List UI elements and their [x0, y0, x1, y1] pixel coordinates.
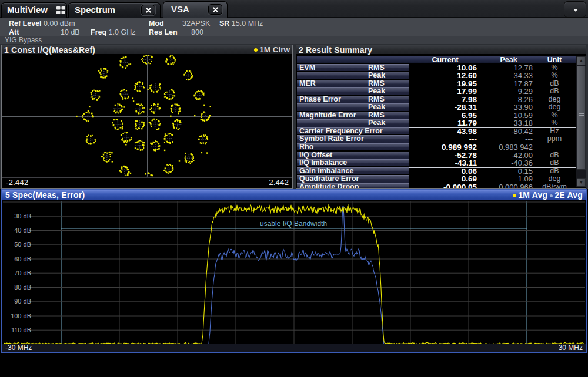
svg-text:-40 dB: -40 dB [12, 227, 31, 234]
svg-text:-110 dB: -110 dB [9, 326, 31, 334]
svg-text:-70 dB: -70 dB [12, 270, 31, 277]
svg-text:-100 dB: -100 dB [8, 312, 31, 319]
svg-text:-30 dB: -30 dB [12, 213, 31, 220]
svg-text:usable I/Q Bandwidth: usable I/Q Bandwidth [260, 220, 327, 228]
svg-text:-50 dB: -50 dB [12, 241, 31, 248]
svg-text:-60 dB: -60 dB [12, 255, 31, 262]
svg-text:-90 dB: -90 dB [12, 298, 31, 305]
svg-text:-80 dB: -80 dB [12, 284, 31, 291]
